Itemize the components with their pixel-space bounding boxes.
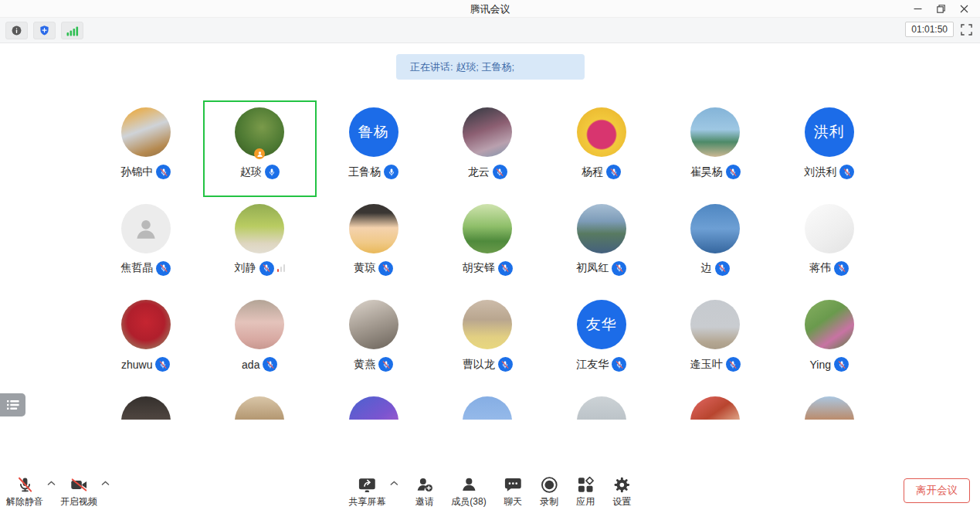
settings-gear-icon (612, 475, 632, 495)
record-button[interactable]: 录制 (540, 475, 559, 508)
participant-tile[interactable]: 崔昊杨 (659, 100, 773, 197)
window-title: 腾讯会议 (0, 2, 980, 16)
mic-status-icon (156, 261, 171, 276)
titlebar: 腾讯会议 (0, 0, 980, 18)
participant-tile[interactable] (659, 389, 773, 420)
participant-tile[interactable]: 刘静 (203, 197, 317, 294)
security-shield-icon[interactable] (33, 22, 56, 39)
members-button[interactable]: 成员(38) (451, 475, 486, 508)
invite-person-icon (415, 475, 434, 495)
mic-options-chevron-up-icon[interactable] (47, 481, 56, 486)
participant-tile[interactable] (203, 389, 317, 420)
participant-tile[interactable]: 初凤红 (544, 197, 659, 294)
avatar (577, 204, 626, 253)
mic-status-icon (378, 261, 393, 276)
participant-tile[interactable]: 杨程 (544, 100, 659, 197)
avatar: 洪利 (805, 107, 854, 157)
mic-status-icon (493, 165, 507, 179)
participant-tile[interactable] (89, 389, 203, 420)
mic-status-icon (834, 357, 849, 372)
mic-status-icon (378, 357, 393, 372)
avatar (805, 300, 854, 349)
mic-off-icon (15, 475, 35, 495)
participant-tile[interactable]: 鲁杨 王鲁杨 (317, 100, 431, 197)
avatar (121, 204, 171, 253)
close-icon[interactable] (952, 0, 975, 17)
start-video-button[interactable]: 开启视频 (60, 475, 97, 508)
restore-icon[interactable] (929, 0, 952, 17)
avatar (349, 300, 398, 349)
mic-status-icon (839, 165, 854, 179)
avatar (577, 396, 626, 420)
toolbar-center-group: 共享屏幕 邀请 成员(38) (348, 475, 631, 508)
participant-tile[interactable]: 蒋伟 (772, 197, 887, 294)
participant-tile[interactable]: 黄燕 (317, 293, 431, 389)
avatar (805, 204, 854, 253)
chat-label: 聊天 (504, 495, 522, 508)
participant-tile[interactable] (544, 389, 659, 420)
participant-name: 孙锦中 (120, 165, 153, 179)
unmute-button[interactable]: 解除静音 (6, 475, 43, 508)
avatar (690, 204, 740, 253)
participant-tile[interactable]: ada (203, 293, 317, 389)
participant-name-row: 赵琰 (240, 165, 280, 179)
participant-name-row: 黄琼 (354, 261, 393, 276)
video-options-chevron-up-icon[interactable] (101, 481, 110, 486)
host-badge (254, 148, 265, 159)
chat-button[interactable]: 聊天 (504, 475, 523, 508)
share-screen-button[interactable]: 共享屏幕 (348, 475, 385, 508)
participant-tile[interactable]: zhuwu (89, 293, 203, 389)
participant-tile[interactable]: 黄琼 (317, 197, 431, 294)
active-speaker-banner: 正在讲话: 赵琰; 王鲁杨; (396, 54, 585, 80)
invite-button[interactable]: 邀请 (415, 475, 434, 508)
avatar (121, 300, 171, 349)
participant-tile[interactable]: 焦哲晶 (89, 197, 203, 294)
participant-name-row: 龙云 (468, 165, 507, 179)
participant-name-row: 黄燕 (354, 357, 393, 372)
mic-status-icon (612, 261, 626, 276)
apps-label: 应用 (576, 495, 595, 508)
participant-tile[interactable]: 逄玉叶 (659, 293, 773, 389)
mic-status-icon (834, 261, 849, 276)
mic-status-icon (259, 261, 274, 276)
leave-meeting-button[interactable]: 离开会议 (904, 478, 970, 503)
avatar (577, 107, 626, 157)
participant-tile[interactable] (431, 389, 545, 420)
avatar (463, 396, 512, 420)
mic-status-icon (715, 261, 730, 276)
avatar: 鲁杨 (349, 107, 398, 157)
mic-status-icon (384, 165, 398, 179)
list-icon (7, 400, 19, 410)
participant-name-row: 曹以龙 (463, 357, 513, 372)
participant-name: ada (242, 359, 259, 371)
toolbar-left-group: 解除静音 开启视频 (6, 475, 110, 508)
participant-tile[interactable]: 洪利 刘洪利 (772, 100, 887, 197)
participant-tile[interactable]: Ying (772, 293, 887, 389)
participant-tile[interactable]: 胡安铎 (431, 197, 545, 294)
settings-label: 设置 (612, 495, 631, 508)
meeting-info-icon[interactable] (5, 22, 28, 39)
apps-button[interactable]: 应用 (576, 475, 595, 508)
participant-tile[interactable]: 龙云 (431, 100, 545, 197)
participant-name: 逄玉叶 (690, 358, 723, 372)
participant-name: 黄琼 (354, 261, 375, 275)
network-signal-icon[interactable] (61, 22, 83, 39)
member-list-toggle[interactable] (0, 393, 25, 416)
fullscreen-icon[interactable] (961, 24, 972, 36)
participant-tile[interactable]: 友华 江友华 (544, 293, 659, 389)
participant-tile[interactable] (772, 389, 887, 420)
statusbar: 01:01:50 (0, 18, 980, 43)
participant-tile[interactable] (317, 389, 431, 420)
share-options-chevron-up-icon[interactable] (389, 481, 398, 486)
active-speaker-text: 正在讲话: 赵琰; 王鲁杨; (410, 60, 514, 74)
status-right: 01:01:50 (905, 22, 972, 37)
minimize-icon[interactable] (906, 0, 929, 17)
participant-tile[interactable]: 孙锦中 (89, 100, 203, 197)
participant-tile[interactable]: 曹以龙 (431, 293, 545, 389)
mic-status-icon (263, 357, 277, 372)
participant-tile[interactable]: 赵琰 (203, 100, 317, 197)
avatar: 友华 (577, 300, 626, 349)
participant-tile[interactable]: 边 (659, 197, 773, 294)
settings-button[interactable]: 设置 (612, 475, 632, 508)
members-person-icon (459, 475, 479, 495)
